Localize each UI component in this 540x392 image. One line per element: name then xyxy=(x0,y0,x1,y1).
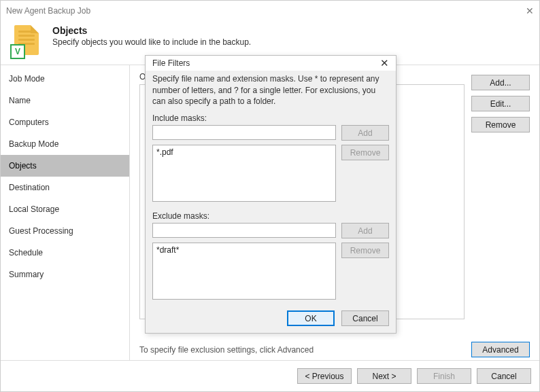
exclude-add-button[interactable]: Add xyxy=(341,223,389,238)
include-mask-item[interactable]: *.pdf xyxy=(156,147,332,157)
wizard-footer: < Previous Next > Finish Cancel xyxy=(1,360,539,391)
include-label: Include masks: xyxy=(152,113,389,123)
sidebar-step-guest-processing[interactable]: Guest Processing xyxy=(1,220,129,242)
file-filters-dialog: File Filters ✕ Specify file name and ext… xyxy=(145,55,396,334)
step-sidebar: Job ModeNameComputersBackup ModeObjectsD… xyxy=(1,65,130,360)
dialog-footer: OK Cancel xyxy=(146,305,396,333)
cancel-button[interactable]: Cancel xyxy=(477,368,531,384)
sidebar-step-objects[interactable]: Objects xyxy=(1,155,129,177)
sidebar-step-computers[interactable]: Computers xyxy=(1,111,129,133)
sidebar-step-destination[interactable]: Destination xyxy=(1,177,129,198)
dialog-description: Specify file name and extension masks. U… xyxy=(152,73,389,107)
finish-button: Finish xyxy=(417,368,471,384)
objects-page-icon: V xyxy=(10,25,43,58)
page-title: Objects xyxy=(52,25,251,36)
sidebar-step-job-mode[interactable]: Job Mode xyxy=(1,68,129,90)
include-mask-input[interactable] xyxy=(152,125,336,140)
titlebar: New Agent Backup Job ✕ xyxy=(1,1,539,21)
exclude-remove-button[interactable]: Remove xyxy=(341,243,389,258)
header-text: Objects Specify objects you would like t… xyxy=(52,25,251,47)
dialog-body: Specify file name and extension masks. U… xyxy=(146,71,396,305)
close-icon[interactable]: ✕ xyxy=(513,5,534,16)
advanced-hint: To specify file exclusion settings, clic… xyxy=(139,345,314,355)
object-action-buttons: Add... Edit... Remove xyxy=(471,75,530,132)
exclude-mask-list[interactable]: *draft* xyxy=(152,243,336,300)
page-subtitle: Specify objects you would like to includ… xyxy=(52,37,251,47)
exclude-mask-input[interactable] xyxy=(152,223,336,238)
include-remove-button[interactable]: Remove xyxy=(341,145,389,160)
dialog-cancel-button[interactable]: Cancel xyxy=(341,310,389,326)
wizard-window: New Agent Backup Job ✕ V Objects Specify… xyxy=(0,0,540,392)
sidebar-step-local-storage[interactable]: Local Storage xyxy=(1,198,129,220)
dialog-title: File Filters xyxy=(152,58,190,68)
sidebar-step-summary[interactable]: Summary xyxy=(1,264,129,285)
dialog-close-icon[interactable]: ✕ xyxy=(380,57,389,69)
veeam-badge-icon: V xyxy=(10,44,25,59)
advanced-button[interactable]: Advanced xyxy=(471,342,530,357)
sidebar-step-schedule[interactable]: Schedule xyxy=(1,242,129,264)
sidebar-step-backup-mode[interactable]: Backup Mode xyxy=(1,133,129,155)
sidebar-step-name[interactable]: Name xyxy=(1,90,129,111)
edit-button[interactable]: Edit... xyxy=(471,96,530,111)
exclude-label: Exclude masks: xyxy=(152,211,389,221)
include-mask-list[interactable]: *.pdf xyxy=(152,145,336,202)
previous-button[interactable]: < Previous xyxy=(297,368,352,384)
exclude-mask-item[interactable]: *draft* xyxy=(156,245,332,255)
ok-button[interactable]: OK xyxy=(287,310,335,326)
include-add-button[interactable]: Add xyxy=(341,125,389,141)
window-title: New Agent Backup Job xyxy=(6,6,90,16)
remove-button[interactable]: Remove xyxy=(471,117,530,132)
dialog-titlebar: File Filters ✕ xyxy=(146,56,396,71)
next-button[interactable]: Next > xyxy=(357,368,411,384)
add-button[interactable]: Add... xyxy=(471,75,530,90)
